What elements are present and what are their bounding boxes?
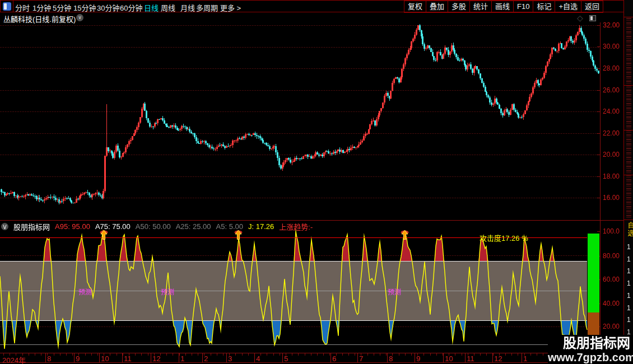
menu-item-5分钟[interactable]: 5分钟	[53, 2, 71, 13]
forecast-label: 预测	[78, 287, 92, 296]
date-minor-tick	[511, 353, 512, 356]
date-minor-tick	[91, 353, 92, 356]
month-label-1: 1	[180, 354, 184, 363]
axis-tick	[597, 111, 600, 112]
right-edge-strip[interactable]: 自选 11111111	[623, 0, 633, 364]
date-minor-tick	[323, 353, 324, 356]
date-minor-tick	[543, 353, 543, 356]
date-minor-tick	[505, 353, 506, 356]
month-boundary-tick	[492, 353, 493, 363]
date-minor-tick	[462, 353, 462, 356]
month-label-5: 5	[284, 354, 288, 363]
toolbar-button-多股[interactable]: 多股	[448, 1, 469, 12]
menu-item-周线[interactable]: 周线	[161, 2, 175, 13]
axis-label-80.00: 80.00	[603, 252, 623, 260]
axis-tick	[597, 155, 600, 155]
menu-divider	[13, 1, 13, 12]
date-minor-tick	[292, 353, 292, 356]
toolbar-button-group: 复权叠加多股统计画线F10标记+自选返回	[404, 1, 603, 13]
date-minor-tick	[298, 353, 299, 356]
month-boundary-tick	[415, 353, 415, 363]
date-axis[interactable]: 2024年891011121234567891011121	[0, 353, 623, 363]
menu-item-分时[interactable]: 分时	[15, 2, 30, 13]
month-boundary-tick	[465, 353, 466, 363]
date-minor-tick	[54, 353, 54, 356]
toolbar-button-+自选[interactable]: +自选	[555, 1, 581, 12]
axis-tick	[597, 68, 600, 69]
date-minor-tick	[380, 353, 380, 356]
chevron-down-icon[interactable]: ∨	[1, 223, 8, 230]
split-pane-icon[interactable]	[589, 15, 596, 21]
date-minor-tick	[198, 353, 198, 356]
menu-item-30分钟[interactable]: 30分钟	[97, 2, 119, 13]
menu-item-15分钟[interactable]: 15分钟	[73, 2, 96, 13]
strip-favorite-tab[interactable]: 自选	[626, 222, 633, 237]
menu-item-60分钟[interactable]: 60分钟	[120, 2, 142, 13]
month-boundary-tick	[522, 353, 522, 363]
month-boundary-tick	[151, 353, 151, 363]
date-minor-tick	[148, 353, 148, 356]
axis-label-100.0: 100.0	[603, 227, 623, 235]
toolbar-button-统计[interactable]: 统计	[469, 1, 491, 12]
chevron-down-icon[interactable]: ∨	[76, 14, 83, 21]
main-candlestick-chart[interactable]	[0, 22, 600, 220]
forecast-label: 预测	[161, 287, 174, 296]
date-minor-tick	[110, 353, 110, 356]
date-minor-tick	[329, 353, 330, 356]
toolbar-button-标记[interactable]: 标记	[533, 1, 555, 12]
date-minor-tick	[123, 353, 123, 356]
toolbar-button-返回[interactable]: 返回	[581, 1, 603, 12]
date-minor-tick	[411, 353, 412, 356]
month-label-7: 7	[359, 354, 363, 363]
date-minor-tick	[430, 353, 431, 356]
indicator-value-A25: A25: 25.00	[176, 222, 211, 231]
date-minor-tick	[436, 353, 437, 356]
menu-item-更多 >[interactable]: 更多 >	[220, 2, 241, 13]
trend-label: 上涨趋势:-	[279, 221, 313, 232]
indicator-value-J: J: 17.26	[248, 222, 274, 231]
axis-label-20.00: 20.00	[603, 323, 623, 330]
toolbar-button-画线[interactable]: 画线	[491, 1, 513, 12]
watermark-site-name: 股朋指标网	[548, 336, 630, 351]
menu-item-1分钟[interactable]: 1分钟	[32, 2, 51, 13]
toolbar-button-复权[interactable]: 复权	[404, 1, 426, 12]
date-minor-tick	[248, 353, 249, 356]
top-menu-bar: 分时1分钟5分钟15分钟30分钟60分钟日线周线月线多周期更多 > 复权叠加多股…	[0, 0, 633, 12]
menu-item-月线[interactable]: 月线	[180, 2, 195, 13]
indicator-value-A95: A95: 95.00	[55, 222, 90, 231]
date-minor-tick	[223, 353, 224, 356]
date-minor-tick	[173, 353, 173, 356]
buy-arrow-icon	[100, 230, 108, 240]
date-minor-tick	[117, 353, 117, 356]
diamond-marker-icon[interactable]: ◇	[577, 13, 583, 22]
menu-item-日线[interactable]: 日线	[144, 2, 159, 13]
toolbar-button-F10[interactable]: F10	[513, 1, 533, 12]
date-minor-tick	[399, 353, 399, 356]
date-minor-tick	[192, 353, 192, 356]
power-bar-brown	[588, 312, 599, 335]
date-minor-tick	[355, 353, 355, 356]
month-boundary-tick	[99, 353, 100, 363]
date-minor-tick	[235, 353, 236, 356]
toolbar-button-叠加[interactable]: 叠加	[426, 1, 448, 12]
axis-label-24.00: 24.00	[603, 108, 623, 115]
date-minor-tick	[60, 353, 60, 356]
menu-item-多周期[interactable]: 多周期	[196, 2, 218, 13]
axis-label-26.00: 26.00	[603, 86, 623, 94]
app-panel-icon[interactable]	[3, 2, 11, 11]
date-minor-tick	[342, 353, 343, 356]
strip-divider	[624, 17, 633, 17]
axis-label-30.00: 30.00	[603, 43, 623, 50]
axis-label-28.00: 28.00	[603, 64, 623, 72]
strip-divider	[624, 220, 633, 220]
date-minor-tick	[267, 353, 267, 356]
month-label-2: 2	[204, 354, 208, 363]
month-boundary-tick	[122, 353, 123, 363]
axis-tick	[597, 176, 600, 177]
month-label-10: 10	[101, 354, 109, 363]
date-minor-tick	[35, 353, 35, 356]
strip-digit: 1	[627, 304, 631, 312]
month-boundary-tick	[202, 353, 203, 363]
date-minor-tick	[518, 353, 518, 356]
power-bar-green	[588, 234, 599, 312]
